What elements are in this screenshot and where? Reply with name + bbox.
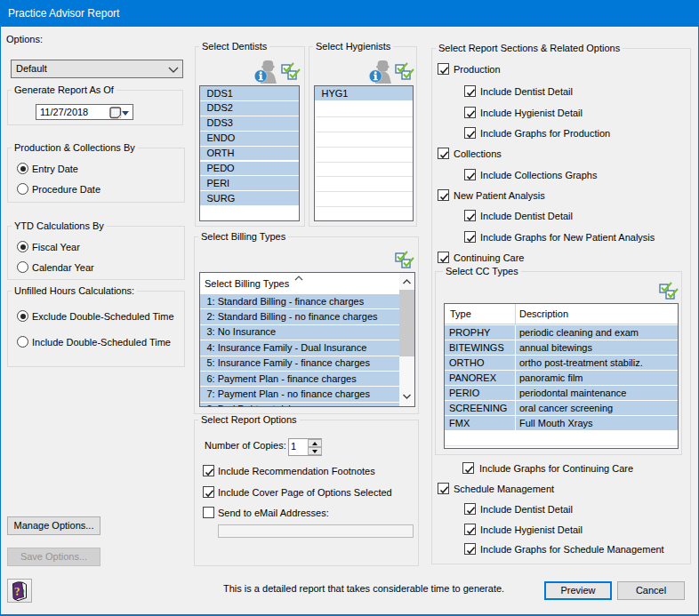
svg-text:?: ? (13, 584, 20, 598)
